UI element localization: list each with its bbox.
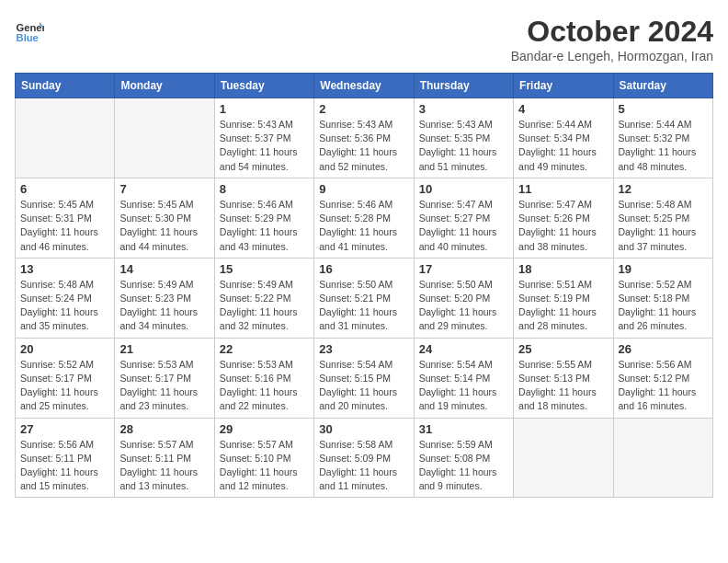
day-info: Sunrise: 5:51 AM Sunset: 5:19 PM Dayligh… bbox=[518, 278, 608, 334]
day-number: 5 bbox=[619, 102, 708, 116]
day-number: 16 bbox=[319, 262, 408, 276]
day-info: Sunrise: 5:44 AM Sunset: 5:34 PM Dayligh… bbox=[518, 118, 608, 174]
weekday-header-row: SundayMondayTuesdayWednesdayThursdayFrid… bbox=[16, 74, 713, 98]
calendar-cell: 29Sunrise: 5:57 AM Sunset: 5:10 PM Dayli… bbox=[214, 418, 313, 498]
calendar-table: SundayMondayTuesdayWednesdayThursdayFrid… bbox=[15, 73, 713, 498]
day-number: 3 bbox=[419, 102, 508, 116]
day-info: Sunrise: 5:50 AM Sunset: 5:20 PM Dayligh… bbox=[419, 278, 508, 334]
day-number: 4 bbox=[518, 102, 608, 116]
calendar-week-row: 1Sunrise: 5:43 AM Sunset: 5:37 PM Daylig… bbox=[16, 98, 713, 178]
day-number: 13 bbox=[20, 262, 109, 276]
day-number: 22 bbox=[220, 342, 309, 356]
calendar-cell bbox=[115, 98, 214, 178]
day-info: Sunrise: 5:48 AM Sunset: 5:24 PM Dayligh… bbox=[20, 278, 109, 334]
day-info: Sunrise: 5:50 AM Sunset: 5:21 PM Dayligh… bbox=[319, 278, 408, 334]
weekday-header: Sunday bbox=[16, 74, 115, 98]
day-info: Sunrise: 5:59 AM Sunset: 5:08 PM Dayligh… bbox=[419, 438, 508, 494]
calendar-cell: 14Sunrise: 5:49 AM Sunset: 5:23 PM Dayli… bbox=[115, 258, 214, 338]
day-info: Sunrise: 5:43 AM Sunset: 5:36 PM Dayligh… bbox=[319, 118, 408, 174]
calendar-week-row: 13Sunrise: 5:48 AM Sunset: 5:24 PM Dayli… bbox=[16, 258, 713, 338]
calendar-cell bbox=[514, 418, 613, 498]
calendar-cell: 20Sunrise: 5:52 AM Sunset: 5:17 PM Dayli… bbox=[16, 338, 115, 418]
day-number: 27 bbox=[20, 422, 109, 436]
day-number: 20 bbox=[20, 342, 109, 356]
day-info: Sunrise: 5:57 AM Sunset: 5:11 PM Dayligh… bbox=[119, 438, 209, 494]
calendar-cell: 7Sunrise: 5:45 AM Sunset: 5:30 PM Daylig… bbox=[115, 178, 214, 258]
day-info: Sunrise: 5:54 AM Sunset: 5:15 PM Dayligh… bbox=[319, 358, 408, 414]
day-info: Sunrise: 5:57 AM Sunset: 5:10 PM Dayligh… bbox=[220, 438, 309, 494]
calendar-cell: 31Sunrise: 5:59 AM Sunset: 5:08 PM Dayli… bbox=[414, 418, 513, 498]
calendar-cell: 13Sunrise: 5:48 AM Sunset: 5:24 PM Dayli… bbox=[16, 258, 115, 338]
day-info: Sunrise: 5:58 AM Sunset: 5:09 PM Dayligh… bbox=[319, 438, 408, 494]
day-info: Sunrise: 5:49 AM Sunset: 5:23 PM Dayligh… bbox=[119, 278, 209, 334]
day-number: 24 bbox=[419, 342, 508, 356]
day-number: 7 bbox=[119, 182, 209, 196]
calendar-cell: 4Sunrise: 5:44 AM Sunset: 5:34 PM Daylig… bbox=[514, 98, 613, 178]
day-number: 11 bbox=[518, 182, 608, 196]
calendar-cell bbox=[16, 98, 115, 178]
calendar-cell: 1Sunrise: 5:43 AM Sunset: 5:37 PM Daylig… bbox=[214, 98, 313, 178]
day-number: 31 bbox=[419, 422, 508, 436]
calendar-cell: 8Sunrise: 5:46 AM Sunset: 5:29 PM Daylig… bbox=[214, 178, 313, 258]
calendar-cell: 18Sunrise: 5:51 AM Sunset: 5:19 PM Dayli… bbox=[514, 258, 613, 338]
day-info: Sunrise: 5:56 AM Sunset: 5:12 PM Dayligh… bbox=[619, 358, 708, 414]
day-info: Sunrise: 5:45 AM Sunset: 5:31 PM Dayligh… bbox=[20, 198, 109, 254]
logo-icon: General Blue bbox=[15, 15, 44, 44]
calendar-cell: 16Sunrise: 5:50 AM Sunset: 5:21 PM Dayli… bbox=[314, 258, 414, 338]
calendar-week-row: 27Sunrise: 5:56 AM Sunset: 5:11 PM Dayli… bbox=[16, 418, 713, 498]
day-info: Sunrise: 5:53 AM Sunset: 5:17 PM Dayligh… bbox=[119, 358, 209, 414]
day-info: Sunrise: 5:52 AM Sunset: 5:18 PM Dayligh… bbox=[619, 278, 708, 334]
day-info: Sunrise: 5:52 AM Sunset: 5:17 PM Dayligh… bbox=[20, 358, 109, 414]
calendar-cell: 11Sunrise: 5:47 AM Sunset: 5:26 PM Dayli… bbox=[514, 178, 613, 258]
day-number: 19 bbox=[619, 262, 708, 276]
weekday-header: Monday bbox=[115, 74, 214, 98]
calendar-cell: 9Sunrise: 5:46 AM Sunset: 5:28 PM Daylig… bbox=[314, 178, 414, 258]
day-number: 28 bbox=[119, 422, 209, 436]
day-info: Sunrise: 5:49 AM Sunset: 5:22 PM Dayligh… bbox=[220, 278, 309, 334]
day-number: 23 bbox=[319, 342, 408, 356]
calendar-week-row: 20Sunrise: 5:52 AM Sunset: 5:17 PM Dayli… bbox=[16, 338, 713, 418]
calendar-cell: 17Sunrise: 5:50 AM Sunset: 5:20 PM Dayli… bbox=[414, 258, 513, 338]
calendar-cell: 23Sunrise: 5:54 AM Sunset: 5:15 PM Dayli… bbox=[314, 338, 414, 418]
day-number: 26 bbox=[619, 342, 708, 356]
calendar-cell bbox=[613, 418, 712, 498]
day-number: 29 bbox=[220, 422, 309, 436]
day-number: 12 bbox=[619, 182, 708, 196]
day-info: Sunrise: 5:47 AM Sunset: 5:27 PM Dayligh… bbox=[419, 198, 508, 254]
day-number: 2 bbox=[319, 102, 408, 116]
month-title: October 2024 bbox=[511, 15, 713, 49]
title-block: October 2024 Bandar-e Lengeh, Hormozgan,… bbox=[511, 15, 713, 63]
page-header: General Blue October 2024 Bandar-e Lenge… bbox=[15, 15, 713, 63]
day-number: 15 bbox=[220, 262, 309, 276]
day-number: 14 bbox=[119, 262, 209, 276]
day-info: Sunrise: 5:46 AM Sunset: 5:28 PM Dayligh… bbox=[319, 198, 408, 254]
calendar-cell: 27Sunrise: 5:56 AM Sunset: 5:11 PM Dayli… bbox=[16, 418, 115, 498]
calendar-cell: 10Sunrise: 5:47 AM Sunset: 5:27 PM Dayli… bbox=[414, 178, 513, 258]
weekday-header: Wednesday bbox=[314, 74, 414, 98]
day-number: 18 bbox=[518, 262, 608, 276]
day-info: Sunrise: 5:43 AM Sunset: 5:35 PM Dayligh… bbox=[419, 118, 508, 174]
day-info: Sunrise: 5:48 AM Sunset: 5:25 PM Dayligh… bbox=[619, 198, 708, 254]
calendar-cell: 12Sunrise: 5:48 AM Sunset: 5:25 PM Dayli… bbox=[613, 178, 712, 258]
calendar-cell: 28Sunrise: 5:57 AM Sunset: 5:11 PM Dayli… bbox=[115, 418, 214, 498]
logo: General Blue bbox=[15, 15, 44, 44]
weekday-header: Thursday bbox=[414, 74, 513, 98]
calendar-week-row: 6Sunrise: 5:45 AM Sunset: 5:31 PM Daylig… bbox=[16, 178, 713, 258]
day-number: 17 bbox=[419, 262, 508, 276]
day-number: 25 bbox=[518, 342, 608, 356]
day-info: Sunrise: 5:55 AM Sunset: 5:13 PM Dayligh… bbox=[518, 358, 608, 414]
weekday-header: Tuesday bbox=[214, 74, 313, 98]
day-number: 30 bbox=[319, 422, 408, 436]
weekday-header: Friday bbox=[514, 74, 613, 98]
calendar-cell: 6Sunrise: 5:45 AM Sunset: 5:31 PM Daylig… bbox=[16, 178, 115, 258]
day-info: Sunrise: 5:54 AM Sunset: 5:14 PM Dayligh… bbox=[419, 358, 508, 414]
day-info: Sunrise: 5:53 AM Sunset: 5:16 PM Dayligh… bbox=[220, 358, 309, 414]
day-info: Sunrise: 5:45 AM Sunset: 5:30 PM Dayligh… bbox=[119, 198, 209, 254]
calendar-cell: 26Sunrise: 5:56 AM Sunset: 5:12 PM Dayli… bbox=[613, 338, 712, 418]
calendar-cell: 25Sunrise: 5:55 AM Sunset: 5:13 PM Dayli… bbox=[514, 338, 613, 418]
day-info: Sunrise: 5:46 AM Sunset: 5:29 PM Dayligh… bbox=[220, 198, 309, 254]
day-number: 6 bbox=[20, 182, 109, 196]
calendar-cell: 5Sunrise: 5:44 AM Sunset: 5:32 PM Daylig… bbox=[613, 98, 712, 178]
calendar-cell: 24Sunrise: 5:54 AM Sunset: 5:14 PM Dayli… bbox=[414, 338, 513, 418]
calendar-cell: 3Sunrise: 5:43 AM Sunset: 5:35 PM Daylig… bbox=[414, 98, 513, 178]
